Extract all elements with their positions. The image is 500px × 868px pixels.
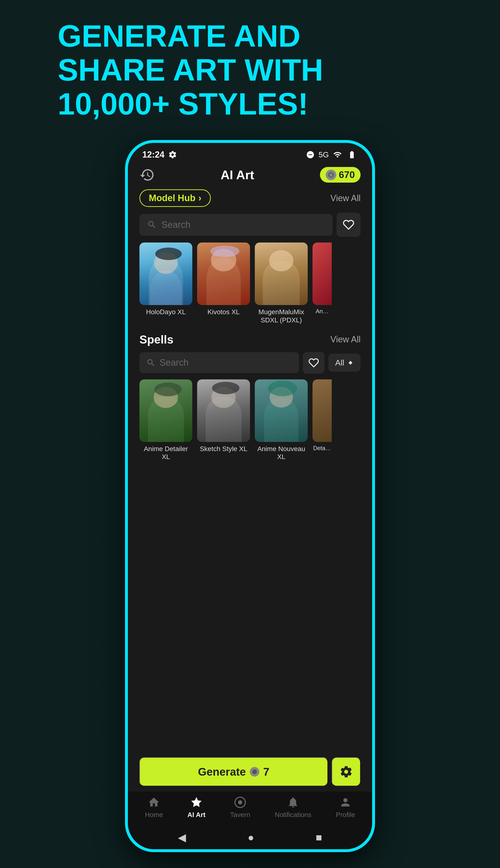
model-hub-button[interactable]: Model Hub › xyxy=(139,189,211,207)
battery-icon xyxy=(346,151,358,159)
svg-text:$: $ xyxy=(330,174,332,177)
network-label: 5G xyxy=(318,151,329,159)
spell-img-partial xyxy=(312,379,332,442)
spell-img-nouveau xyxy=(255,379,308,442)
ai-art-icon xyxy=(190,796,203,809)
spells-header-row: Spells View All xyxy=(128,331,372,348)
gear-icon xyxy=(168,151,177,159)
spells-view-all[interactable]: View All xyxy=(330,334,361,345)
spell-card-sketch[interactable]: Sketch Style XL xyxy=(197,379,250,461)
nav-item-home[interactable]: Home xyxy=(145,796,163,819)
app-title: AI Art xyxy=(221,168,254,182)
spell-card-anime-detailer[interactable]: Anime Detailer XL xyxy=(139,379,192,461)
spells-title: Spells xyxy=(139,333,173,346)
status-time-area: 12:24 xyxy=(142,149,177,160)
home-icon xyxy=(148,796,160,809)
model-name-mugen: MugenMaluMix SDXL (PDXL) xyxy=(255,308,308,324)
notifications-icon xyxy=(287,796,299,809)
nav-item-tavern[interactable]: Tavern xyxy=(230,796,250,819)
generate-cost: 7 xyxy=(263,765,270,778)
spells-search-box[interactable]: Search xyxy=(139,352,299,373)
nav-item-profile[interactable]: Profile xyxy=(336,796,355,819)
generate-bar: Generate 7 xyxy=(128,753,372,791)
coins-badge: $ 670 xyxy=(320,167,361,182)
status-bar: 12:24 5G xyxy=(128,143,372,162)
clock: 12:24 xyxy=(142,149,164,160)
model-card-mugen[interactable]: MugenMaluMix SDXL (PDXL) xyxy=(255,243,308,324)
spells-search-placeholder: Search xyxy=(160,357,189,368)
model-card-kivotos[interactable]: Kivotos XL xyxy=(197,243,250,324)
filter-dropdown[interactable]: All xyxy=(328,354,361,372)
model-img-kivotos xyxy=(197,243,250,305)
settings-gear-icon xyxy=(339,765,353,779)
filter-label: All xyxy=(335,358,344,367)
models-grid: HoloDayo XL Kivotos XL xyxy=(128,241,372,326)
search-row-1: Search xyxy=(128,209,372,241)
profile-icon xyxy=(339,796,352,809)
nav-label-ai-art: AI Art xyxy=(188,811,205,819)
nav-item-notifications[interactable]: Notifications xyxy=(275,796,311,819)
phone-system-bar: ◀ ● ■ xyxy=(128,825,372,849)
bottom-nav: Home AI Art Tavern xyxy=(128,791,372,825)
back-button[interactable]: ◀ xyxy=(178,831,186,844)
heart-btn-1[interactable] xyxy=(337,213,361,237)
nav-label-tavern: Tavern xyxy=(230,811,250,819)
spell-name-partial: Deta… xyxy=(313,445,331,452)
home-button[interactable]: ● xyxy=(248,832,254,844)
recent-button[interactable]: ■ xyxy=(316,832,322,844)
status-right-icons: 5G xyxy=(306,151,358,159)
nav-label-home: Home xyxy=(145,811,163,819)
model-hub-view-all[interactable]: View All xyxy=(330,193,361,203)
model-hub-label: Model Hub xyxy=(149,193,195,203)
donotdisturb-icon xyxy=(306,151,315,159)
generate-label: Generate xyxy=(198,765,246,778)
spell-name-anime-detailer: Anime Detailer XL xyxy=(139,445,192,461)
search-placeholder-1: Search xyxy=(161,220,190,230)
spells-grid: Anime Detailer XL Sketch Style XL xyxy=(128,377,372,463)
model-img-mugen xyxy=(255,243,308,305)
spell-name-sketch: Sketch Style XL xyxy=(200,445,247,453)
model-hub-arrow: › xyxy=(198,193,202,203)
model-card-holodayo[interactable]: HoloDayo XL xyxy=(139,243,192,324)
model-hub-row: Model Hub › View All xyxy=(128,187,372,209)
nav-label-notifications: Notifications xyxy=(275,811,311,819)
top-bar: AI Art $ 670 xyxy=(128,162,372,187)
spells-search-row: Search All xyxy=(128,348,372,377)
history-icon[interactable] xyxy=(139,167,155,182)
headline-line1: GENERATE AND xyxy=(58,19,442,53)
nav-label-profile: Profile xyxy=(336,811,355,819)
headline-line3: 10,000+ STYLES! xyxy=(58,87,442,121)
spell-card-partial[interactable]: Deta… xyxy=(312,379,332,461)
generate-coin-icon xyxy=(250,767,259,777)
spells-section: Spells View All Search xyxy=(128,326,372,463)
generate-button[interactable]: Generate 7 xyxy=(139,757,328,786)
spell-img-sketch xyxy=(197,379,250,442)
model-img-partial xyxy=(312,243,332,305)
phone-frame: 12:24 5G xyxy=(125,140,375,852)
phone-screen: 12:24 5G xyxy=(128,143,372,849)
search-icon-1 xyxy=(147,220,157,230)
spells-search-icon xyxy=(146,358,156,368)
model-name-kivotos: Kivotos XL xyxy=(207,308,240,316)
model-name-partial: An… xyxy=(316,308,328,315)
model-name-holodayo: HoloDayo XL xyxy=(146,308,186,316)
nav-item-ai-art[interactable]: AI Art xyxy=(188,796,205,819)
headline: GENERATE AND SHARE ART WITH 10,000+ STYL… xyxy=(58,19,442,121)
generate-settings-button[interactable] xyxy=(332,757,361,786)
headline-line2: SHARE ART WITH xyxy=(58,53,442,87)
spells-heart-btn[interactable] xyxy=(303,352,325,374)
svg-point-2 xyxy=(252,769,257,774)
coin-icon: $ xyxy=(326,170,336,180)
chevron-updown-icon xyxy=(347,359,354,366)
signal-icon xyxy=(333,151,342,159)
search-box-1[interactable]: Search xyxy=(139,214,333,236)
app-content: AI Art $ 670 Model Hub › Vi xyxy=(128,162,372,849)
spell-card-nouveau[interactable]: Anime Nouveau XL xyxy=(255,379,308,461)
svg-point-4 xyxy=(238,800,242,804)
spell-name-nouveau: Anime Nouveau XL xyxy=(255,445,308,461)
model-card-partial[interactable]: An… xyxy=(312,243,332,324)
tavern-icon xyxy=(234,796,247,809)
heart-icon-spells xyxy=(308,357,319,368)
heart-icon-1 xyxy=(343,219,354,231)
coin-amount: 670 xyxy=(339,169,355,180)
